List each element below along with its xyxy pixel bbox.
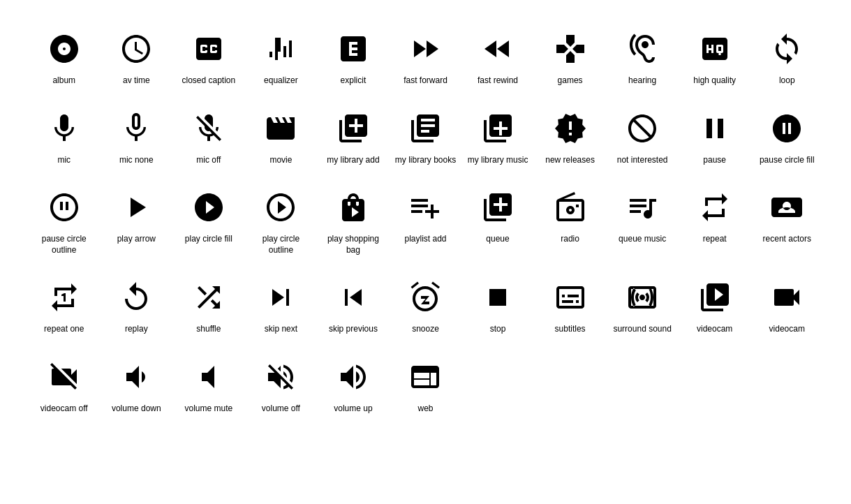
new-releases-label: new releases: [545, 155, 595, 166]
play-circle-fill-icon: [188, 186, 230, 228]
icon-item-hearing: hearing: [606, 21, 679, 94]
videocam-play-icon: [694, 276, 736, 318]
icon-item-surround-sound: surround sound: [606, 269, 679, 342]
volume-up-icon: [332, 356, 374, 398]
icon-item-fast-forward: fast forward: [390, 21, 462, 94]
icon-item-videocam-off: videocam off: [28, 349, 101, 422]
videocam-off-label: videocam off: [40, 403, 88, 415]
mic-none-label: mic none: [119, 155, 154, 166]
queue-icon: [477, 186, 519, 228]
volume-off-icon: [260, 356, 302, 398]
radio-label: radio: [561, 234, 579, 245]
pause-circle-outline-label: pause circle outline: [33, 234, 96, 255]
high-quality-icon: [694, 28, 736, 70]
snooze-icon: [404, 276, 446, 318]
icon-item-new-releases: new releases: [534, 101, 607, 173]
icon-item-volume-mute: volume mute: [172, 349, 245, 422]
icon-item-closed-caption: closed caption: [172, 21, 245, 94]
play-circle-fill-label: play circle fill: [185, 234, 232, 245]
recent-actors-label: recent actors: [763, 234, 811, 245]
explicit-label: explicit: [341, 75, 367, 87]
repeat-one-icon: [43, 276, 85, 318]
icon-item-playlist-add: playlist add: [390, 179, 462, 262]
skip-previous-icon: [332, 276, 374, 318]
my-library-music-label: my library music: [468, 155, 528, 166]
hearing-label: hearing: [628, 75, 656, 87]
icon-item-not-interested: not interested: [606, 101, 679, 173]
surround-sound-label: surround sound: [613, 324, 671, 335]
mic-icon: [43, 108, 85, 149]
icon-item-snooze: snooze: [390, 269, 462, 342]
icon-item-games: games: [534, 21, 607, 94]
icon-item-play-circle-fill: play circle fill: [172, 179, 245, 262]
mic-off-label: mic off: [196, 155, 221, 166]
play-shopping-bag-label: play shopping bag: [322, 234, 385, 255]
icon-item-volume-off: volume off: [245, 349, 318, 422]
fast-forward-icon: [404, 28, 446, 70]
icon-item-play-circle-outline: play circle outline: [245, 179, 318, 262]
web-label: web: [417, 403, 433, 415]
my-library-add-label: my library add: [327, 155, 379, 166]
queue-music-icon: [621, 186, 663, 228]
av-time-label: av time: [123, 75, 150, 87]
loop-icon: [766, 28, 808, 70]
videocam-off-icon: [43, 356, 85, 398]
icon-item-fast-rewind: fast rewind: [461, 21, 534, 94]
movie-label: movie: [269, 155, 292, 166]
pause-circle-fill-icon: [766, 108, 808, 149]
replay-icon: [115, 276, 157, 318]
icon-item-pause-circle-outline: pause circle outline: [28, 179, 101, 262]
radio-icon: [549, 186, 591, 228]
recent-actors-icon: [766, 186, 808, 228]
icon-item-album: album: [28, 21, 101, 94]
pause-icon: [694, 108, 736, 149]
icon-item-replay: replay: [101, 269, 173, 342]
games-label: games: [558, 75, 583, 87]
skip-previous-label: skip previous: [329, 324, 378, 335]
subtitles-label: subtitles: [555, 324, 586, 335]
icon-item-explicit: explicit: [317, 21, 390, 94]
icon-item-mic-none: mic none: [101, 101, 173, 173]
volume-mute-label: volume mute: [185, 403, 233, 415]
icon-item-recent-actors: recent actors: [750, 179, 823, 262]
fast-rewind-icon: [477, 28, 519, 70]
games-icon: [549, 28, 591, 70]
repeat-label: repeat: [703, 234, 727, 245]
av-time-icon: [115, 28, 157, 70]
pause-label: pause: [703, 155, 726, 166]
stop-label: stop: [490, 324, 506, 335]
play-arrow-icon: [115, 186, 157, 228]
icon-item-mic: mic: [28, 101, 101, 173]
play-arrow-label: play arrow: [117, 234, 156, 245]
play-shopping-bag-icon: [332, 186, 374, 228]
my-library-add-icon: [332, 108, 374, 149]
explicit-icon: [332, 28, 374, 70]
stop-icon: [477, 276, 519, 318]
icon-item-play-shopping-bag: play shopping bag: [317, 179, 390, 262]
icon-item-play-arrow: play arrow: [101, 179, 173, 262]
mic-off-icon: [188, 108, 230, 149]
equalizer-label: equalizer: [264, 75, 298, 87]
new-releases-icon: [549, 108, 591, 149]
album-icon: [43, 28, 85, 70]
queue-music-label: queue music: [619, 234, 666, 245]
icon-item-skip-previous: skip previous: [317, 269, 390, 342]
icon-item-volume-up: volume up: [317, 349, 390, 422]
mic-none-icon: [115, 108, 157, 149]
snooze-label: snooze: [412, 324, 439, 335]
pause-circle-fill-label: pause circle fill: [760, 155, 815, 166]
fast-rewind-label: fast rewind: [478, 75, 518, 87]
volume-up-label: volume up: [334, 403, 372, 415]
skip-next-icon: [260, 276, 302, 318]
fast-forward-label: fast forward: [404, 75, 447, 87]
shuffle-icon: [188, 276, 230, 318]
icon-item-shuffle: shuffle: [172, 269, 245, 342]
subtitles-icon: [549, 276, 591, 318]
icon-item-av-time: av time: [101, 21, 173, 94]
icon-item-high-quality: high quality: [679, 21, 751, 94]
high-quality-label: high quality: [693, 75, 736, 87]
my-library-music-icon: [477, 108, 519, 149]
repeat-one-label: repeat one: [44, 324, 84, 335]
icon-item-pause-circle-fill: pause circle fill: [750, 101, 823, 173]
icon-item-loop: loop: [750, 21, 823, 94]
